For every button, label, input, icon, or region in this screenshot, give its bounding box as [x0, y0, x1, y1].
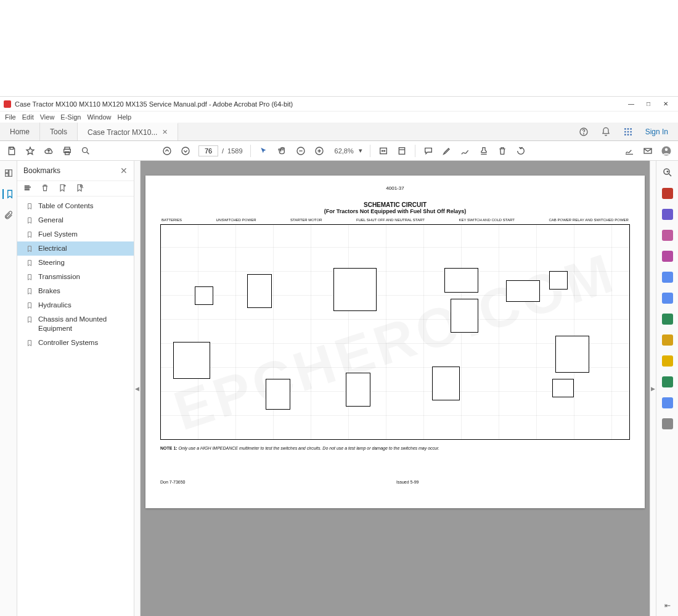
bookmark-label: Controller Systems	[38, 338, 98, 347]
apps-grid-icon[interactable]	[623, 127, 633, 137]
pdf-page: EPCHERO.COM 4001-37 SCHEMATIC CIRCUIT (F…	[145, 176, 645, 508]
print-icon[interactable]	[62, 145, 73, 156]
right-tool-compress-icon[interactable]	[662, 334, 673, 346]
bookmark-icon	[26, 202, 33, 211]
menu-help[interactable]: Help	[118, 113, 132, 121]
stamp-icon[interactable]	[478, 145, 489, 156]
svg-point-5	[624, 131, 626, 132]
zoom-dropdown[interactable]: 62,8% ▾	[332, 146, 362, 156]
menu-esign[interactable]: E-Sign	[60, 113, 81, 121]
page-down-icon[interactable]	[180, 145, 191, 156]
window-minimize-button[interactable]: —	[623, 100, 640, 107]
bookmark-item[interactable]: Table of Contents	[17, 199, 134, 213]
save-icon[interactable]	[6, 145, 17, 156]
bookmark-label: Table of Contents	[38, 201, 94, 211]
footer-issue-date: Issued 5-99	[396, 480, 419, 484]
right-tool-export-icon[interactable]	[662, 188, 673, 199]
right-tools-rail: ⇤	[656, 161, 678, 616]
bookmark-new-icon[interactable]	[58, 184, 67, 192]
document-view[interactable]: EPCHERO.COM 4001-37 SCHEMATIC CIRCUIT (F…	[141, 161, 650, 616]
zoom-in-icon[interactable]	[314, 145, 325, 156]
fit-width-icon[interactable]	[378, 145, 389, 156]
bookmark-icon	[26, 230, 33, 239]
bookmark-item[interactable]: Electrical	[17, 241, 134, 256]
right-tool-request-icon[interactable]	[662, 251, 673, 262]
hand-tool-icon[interactable]	[277, 145, 288, 156]
menu-window[interactable]: Window	[87, 113, 111, 121]
svg-point-15	[83, 147, 88, 152]
menu-file[interactable]: File	[5, 113, 16, 121]
window-close-button[interactable]: ✕	[657, 100, 674, 107]
bookmark-item[interactable]: Brakes	[17, 284, 134, 298]
right-pane-expand-icon[interactable]: ⇤	[664, 601, 671, 610]
bookmarks-toolbar	[17, 180, 134, 197]
schematic-note: NOTE 1: Only use a HIGH IMPEDANCE multim…	[160, 446, 630, 450]
bookmark-delete-icon[interactable]	[41, 184, 49, 192]
right-tool-search-icon[interactable]	[662, 167, 673, 178]
right-tool-organize-icon[interactable]	[662, 314, 673, 325]
thumbnails-rail-icon[interactable]	[4, 168, 14, 178]
page-up-icon[interactable]	[161, 145, 173, 156]
right-tool-create-icon[interactable]	[662, 230, 673, 241]
page-number-input[interactable]	[198, 145, 218, 156]
svg-rect-27	[9, 170, 12, 177]
menu-edit[interactable]: Edit	[22, 113, 34, 121]
bookmark-item[interactable]: Hydraulics	[17, 298, 134, 312]
left-rail	[0, 161, 17, 616]
find-icon[interactable]	[80, 145, 91, 156]
panel-close-button[interactable]: ✕	[120, 166, 128, 176]
rotate-icon[interactable]	[515, 145, 526, 156]
bookmark-item[interactable]: Transmission	[17, 270, 134, 284]
sign-icon[interactable]	[624, 145, 635, 156]
tab-bar: Home Tools Case Tractor MX10... ✕ Sign I…	[0, 123, 678, 141]
bookmark-item[interactable]: General	[17, 213, 134, 227]
tab-close-button[interactable]: ✕	[162, 128, 168, 136]
window-maximize-button[interactable]: □	[640, 100, 657, 107]
svg-rect-21	[399, 147, 404, 154]
bookmark-item[interactable]: Chassis and Mounted Equipment	[17, 312, 134, 336]
svg-point-24	[665, 148, 668, 151]
window-title: Case Tractor MX100 MX110 MX120 MX135 Ser…	[15, 100, 293, 108]
right-tool-redact-icon[interactable]	[662, 355, 673, 367]
help-icon[interactable]	[579, 127, 589, 137]
bookmark-icon	[26, 259, 33, 267]
comment-icon[interactable]	[423, 145, 434, 156]
schematic-subtitle: (For Tractors Not Equipped with Fuel Shu…	[160, 208, 630, 214]
svg-rect-11	[10, 147, 13, 149]
bookmark-item[interactable]: Controller Systems	[17, 336, 134, 350]
cloud-upload-icon[interactable]	[43, 145, 54, 156]
delete-icon[interactable]	[497, 145, 508, 156]
right-tool-more-icon[interactable]	[662, 418, 673, 429]
right-tool-protect-icon[interactable]	[662, 397, 673, 408]
bookmark-item[interactable]: Fuel System	[17, 227, 134, 241]
bell-icon[interactable]	[601, 127, 611, 137]
draw-icon[interactable]	[460, 145, 471, 156]
bookmark-icon	[26, 245, 33, 253]
sign-in-link[interactable]: Sign In	[645, 128, 668, 136]
menu-view[interactable]: View	[40, 113, 55, 121]
right-tool-combine-icon[interactable]	[662, 293, 673, 304]
account-icon[interactable]	[661, 145, 672, 156]
right-tool-prepare-icon[interactable]	[662, 376, 673, 387]
right-tool-fill-icon[interactable]	[662, 272, 673, 283]
highlight-icon[interactable]	[441, 145, 452, 156]
email-icon[interactable]	[642, 145, 653, 156]
zoom-value: 62,8%	[332, 146, 356, 156]
tab-home[interactable]: Home	[0, 123, 40, 140]
zoom-out-icon[interactable]	[295, 145, 306, 156]
right-tool-edit-icon[interactable]	[662, 209, 673, 220]
page-display-icon[interactable]	[396, 145, 407, 156]
bookmark-item[interactable]: Steering	[17, 256, 134, 270]
bookmarks-rail-icon[interactable]	[2, 189, 12, 199]
right-pane-collapse-handle[interactable]: ▶	[650, 161, 656, 616]
svg-point-17	[182, 147, 189, 155]
bookmark-find-icon[interactable]	[75, 184, 84, 192]
tab-tools[interactable]: Tools	[40, 123, 78, 140]
attachments-rail-icon[interactable]	[4, 210, 14, 220]
star-icon[interactable]	[25, 145, 36, 156]
acrobat-window: Case Tractor MX100 MX110 MX120 MX135 Ser…	[0, 96, 678, 616]
bookmark-options-icon[interactable]	[23, 184, 32, 192]
tab-document[interactable]: Case Tractor MX10... ✕	[78, 123, 178, 140]
sidebar-collapse-handle[interactable]: ◀	[134, 161, 141, 616]
selection-tool-icon[interactable]	[258, 145, 269, 156]
